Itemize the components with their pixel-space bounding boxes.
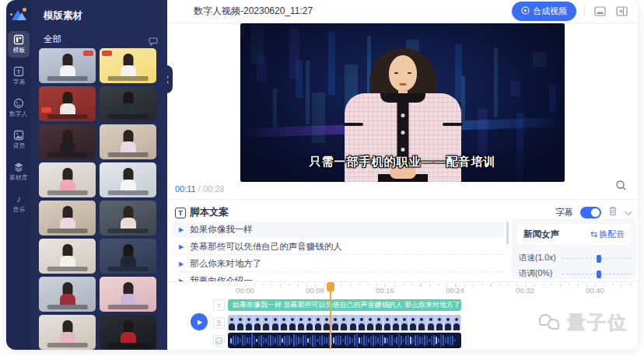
template-thumbnail[interactable]	[100, 277, 156, 312]
sidebar-item-digital-human[interactable]: 数字人	[8, 95, 30, 121]
waveform-bar	[237, 337, 239, 344]
waveform-bar	[450, 335, 451, 347]
template-thumbnail[interactable]	[39, 48, 96, 83]
panel-layout-icon[interactable]	[593, 5, 607, 19]
chevron-down-icon[interactable]	[625, 208, 632, 215]
waveform-bar	[408, 335, 409, 347]
waveform-bar	[312, 335, 313, 347]
template-thumbnail[interactable]	[100, 124, 156, 159]
sidebar-item-music[interactable]: ♪ 音乐	[8, 190, 30, 217]
template-thumbnail[interactable]	[100, 239, 156, 274]
sidebar-item-label: 数字人	[9, 110, 27, 118]
template-thumbnail[interactable]	[39, 124, 96, 159]
waveform-bar	[265, 338, 267, 343]
waveform-bar	[326, 337, 327, 343]
template-thumbnail[interactable]	[39, 162, 96, 197]
script-scrollbar[interactable]	[506, 222, 509, 245]
waveform-bar	[244, 335, 246, 346]
template-thumbnail[interactable]	[100, 315, 156, 350]
waveform-bar	[431, 336, 432, 345]
icon-sidebar: 模板 T 字幕 数字人 背景 素材库 ♪ 音乐	[6, 0, 31, 350]
audio-track-clip[interactable]	[228, 333, 461, 348]
template-thumbnail[interactable]	[100, 48, 156, 83]
speed-slider[interactable]	[562, 258, 631, 259]
timeline-ruler[interactable]	[228, 284, 634, 287]
thumbnail-caption	[107, 76, 149, 81]
script-line[interactable]: ▶羡慕那些可以凭借自己的声音赚钱的人	[173, 239, 504, 255]
thumbnail-caption	[107, 190, 149, 195]
waveform-bar	[377, 337, 379, 344]
template-thumbnail[interactable]	[39, 239, 96, 274]
synthesize-video-button[interactable]: 合成视频	[512, 2, 576, 21]
ruler-tick-label: 00:08	[306, 286, 324, 295]
waveform-bar	[347, 335, 348, 347]
template-thumbnail[interactable]	[39, 277, 96, 312]
playhead-handle[interactable]	[327, 282, 334, 291]
voice-name: 新闻女声	[523, 229, 559, 240]
template-thumbnail[interactable]	[39, 86, 96, 121]
filmstrip-frame	[375, 315, 383, 330]
time-current: 00:11	[175, 184, 196, 194]
script-line[interactable]: ▶那么你来对地方了	[173, 256, 504, 272]
waveform-bar	[389, 335, 390, 346]
watermark: 量子位	[539, 310, 628, 335]
trash-icon[interactable]	[608, 205, 618, 219]
timeline-section: 00:00 00:08 00:16 00:24 00:32 00:40 ▶ T …	[167, 281, 638, 350]
waveform-bar	[412, 337, 414, 344]
waveform-bar	[354, 335, 355, 346]
waveform-bar	[403, 339, 404, 343]
watermark-text: 量子位	[567, 310, 628, 335]
thumbnail-caption	[47, 190, 88, 195]
thumbnail-badge	[41, 107, 51, 113]
human-track-icon	[213, 317, 225, 329]
filmstrip-frame	[418, 315, 426, 330]
template-thumbnail[interactable]	[100, 201, 156, 236]
panel-title: 模版素材	[31, 0, 167, 23]
play-line-icon[interactable]: ▶	[179, 226, 184, 233]
waveform-bar	[366, 336, 367, 346]
exit-icon[interactable]	[614, 5, 628, 19]
filmstrip-frame	[401, 315, 409, 330]
play-line-icon[interactable]: ▶	[179, 243, 184, 250]
waveform-bar	[279, 335, 281, 345]
script-section: T 脚本文案 字幕 ▶如果你像我一样 ▶羡慕那些可以凭借自己的声音赚钱的人 ▶那…	[167, 199, 638, 281]
waveform-bar	[321, 335, 323, 347]
waveform-bar	[424, 335, 425, 347]
sidebar-item-background[interactable]: 背景	[8, 127, 30, 153]
waveform-bar	[272, 336, 274, 344]
script-line[interactable]: ▶如果你像我一样	[173, 222, 504, 238]
sidebar-item-captions[interactable]: T 字幕	[8, 63, 30, 89]
sidebar-item-templates[interactable]: 模板	[8, 31, 30, 58]
sidebar-item-label: 素材库	[9, 173, 27, 182]
template-thumbnail[interactable]	[100, 162, 156, 197]
pitch-slider-knob[interactable]	[597, 270, 601, 278]
play-line-icon[interactable]: ▶	[179, 260, 184, 267]
digital-human-track-clip[interactable]	[228, 315, 461, 330]
pitch-slider[interactable]	[562, 274, 631, 274]
ruler-tick-label: 00:32	[516, 286, 534, 295]
caption-toggle[interactable]	[580, 207, 601, 218]
waveform-bar	[401, 336, 402, 345]
template-thumbnail[interactable]	[39, 315, 96, 350]
change-voice-button[interactable]: ⇆ 换配音	[590, 229, 625, 240]
filmstrip-frame	[289, 315, 297, 330]
filmstrip-frame	[444, 315, 453, 330]
playhead-line[interactable]	[330, 283, 331, 349]
waveform-bar	[338, 335, 339, 347]
speed-slider-knob[interactable]	[597, 255, 601, 263]
subtitle-track-clip[interactable]: 如果你像我一样 羡慕那些可以凭借自己的声音赚钱的人 那么你来对地方了 我要向你介…	[228, 299, 461, 311]
video-stage: 只需一部手机的职业——配音培训	[240, 23, 565, 182]
ruler-tick-label: 00:00	[236, 286, 254, 295]
template-thumbnail[interactable]	[39, 201, 96, 236]
zoom-icon[interactable]	[613, 177, 628, 193]
waveform-bar	[314, 335, 316, 347]
waveform-bar	[422, 337, 423, 344]
library-icon	[13, 162, 24, 173]
waveform-bar	[256, 339, 257, 343]
sidebar-item-library[interactable]: 素材库	[8, 159, 30, 185]
waveform-bar	[268, 335, 269, 346]
waveform-bar	[368, 338, 369, 342]
waveform-bar	[300, 337, 302, 344]
template-thumbnail[interactable]	[100, 86, 156, 121]
timeline-play-button[interactable]: ▶	[191, 313, 208, 330]
